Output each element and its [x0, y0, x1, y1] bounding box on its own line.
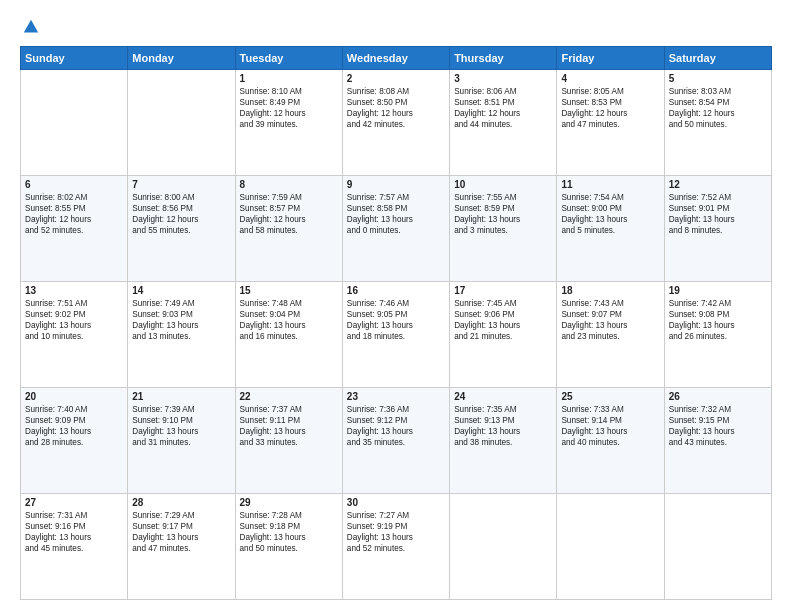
- day-info: Sunrise: 7:48 AM Sunset: 9:04 PM Dayligh…: [240, 298, 338, 342]
- day-number: 20: [25, 391, 123, 402]
- calendar-cell: 24Sunrise: 7:35 AM Sunset: 9:13 PM Dayli…: [450, 388, 557, 494]
- day-info: Sunrise: 7:57 AM Sunset: 8:58 PM Dayligh…: [347, 192, 445, 236]
- day-info: Sunrise: 7:51 AM Sunset: 9:02 PM Dayligh…: [25, 298, 123, 342]
- day-number: 28: [132, 497, 230, 508]
- day-number: 10: [454, 179, 552, 190]
- day-number: 6: [25, 179, 123, 190]
- day-number: 22: [240, 391, 338, 402]
- calendar-cell: 16Sunrise: 7:46 AM Sunset: 9:05 PM Dayli…: [342, 282, 449, 388]
- day-info: Sunrise: 7:45 AM Sunset: 9:06 PM Dayligh…: [454, 298, 552, 342]
- svg-marker-0: [24, 20, 38, 33]
- col-header-monday: Monday: [128, 47, 235, 70]
- day-number: 14: [132, 285, 230, 296]
- day-info: Sunrise: 8:08 AM Sunset: 8:50 PM Dayligh…: [347, 86, 445, 130]
- day-info: Sunrise: 7:36 AM Sunset: 9:12 PM Dayligh…: [347, 404, 445, 448]
- day-info: Sunrise: 8:00 AM Sunset: 8:56 PM Dayligh…: [132, 192, 230, 236]
- day-info: Sunrise: 7:40 AM Sunset: 9:09 PM Dayligh…: [25, 404, 123, 448]
- day-info: Sunrise: 7:29 AM Sunset: 9:17 PM Dayligh…: [132, 510, 230, 554]
- calendar-table: SundayMondayTuesdayWednesdayThursdayFrid…: [20, 46, 772, 600]
- calendar-cell: 1Sunrise: 8:10 AM Sunset: 8:49 PM Daylig…: [235, 70, 342, 176]
- calendar-cell: 11Sunrise: 7:54 AM Sunset: 9:00 PM Dayli…: [557, 176, 664, 282]
- calendar-cell: 9Sunrise: 7:57 AM Sunset: 8:58 PM Daylig…: [342, 176, 449, 282]
- calendar-cell: [450, 494, 557, 600]
- page: SundayMondayTuesdayWednesdayThursdayFrid…: [0, 0, 792, 612]
- day-info: Sunrise: 7:27 AM Sunset: 9:19 PM Dayligh…: [347, 510, 445, 554]
- calendar-cell: 3Sunrise: 8:06 AM Sunset: 8:51 PM Daylig…: [450, 70, 557, 176]
- calendar-cell: 14Sunrise: 7:49 AM Sunset: 9:03 PM Dayli…: [128, 282, 235, 388]
- col-header-tuesday: Tuesday: [235, 47, 342, 70]
- calendar-week-3: 13Sunrise: 7:51 AM Sunset: 9:02 PM Dayli…: [21, 282, 772, 388]
- day-info: Sunrise: 7:42 AM Sunset: 9:08 PM Dayligh…: [669, 298, 767, 342]
- day-number: 17: [454, 285, 552, 296]
- day-info: Sunrise: 8:05 AM Sunset: 8:53 PM Dayligh…: [561, 86, 659, 130]
- day-number: 21: [132, 391, 230, 402]
- day-number: 15: [240, 285, 338, 296]
- day-number: 30: [347, 497, 445, 508]
- day-info: Sunrise: 7:46 AM Sunset: 9:05 PM Dayligh…: [347, 298, 445, 342]
- calendar-cell: [21, 70, 128, 176]
- day-number: 9: [347, 179, 445, 190]
- day-info: Sunrise: 7:28 AM Sunset: 9:18 PM Dayligh…: [240, 510, 338, 554]
- day-info: Sunrise: 8:02 AM Sunset: 8:55 PM Dayligh…: [25, 192, 123, 236]
- day-info: Sunrise: 7:49 AM Sunset: 9:03 PM Dayligh…: [132, 298, 230, 342]
- day-info: Sunrise: 8:10 AM Sunset: 8:49 PM Dayligh…: [240, 86, 338, 130]
- day-number: 13: [25, 285, 123, 296]
- logo: [20, 18, 40, 36]
- calendar-cell: 18Sunrise: 7:43 AM Sunset: 9:07 PM Dayli…: [557, 282, 664, 388]
- calendar-cell: 28Sunrise: 7:29 AM Sunset: 9:17 PM Dayli…: [128, 494, 235, 600]
- calendar-cell: [557, 494, 664, 600]
- day-number: 16: [347, 285, 445, 296]
- col-header-friday: Friday: [557, 47, 664, 70]
- calendar-cell: 6Sunrise: 8:02 AM Sunset: 8:55 PM Daylig…: [21, 176, 128, 282]
- day-number: 7: [132, 179, 230, 190]
- day-info: Sunrise: 8:06 AM Sunset: 8:51 PM Dayligh…: [454, 86, 552, 130]
- day-info: Sunrise: 7:33 AM Sunset: 9:14 PM Dayligh…: [561, 404, 659, 448]
- day-number: 3: [454, 73, 552, 84]
- col-header-thursday: Thursday: [450, 47, 557, 70]
- day-info: Sunrise: 7:54 AM Sunset: 9:00 PM Dayligh…: [561, 192, 659, 236]
- calendar-cell: 29Sunrise: 7:28 AM Sunset: 9:18 PM Dayli…: [235, 494, 342, 600]
- day-number: 24: [454, 391, 552, 402]
- calendar-week-5: 27Sunrise: 7:31 AM Sunset: 9:16 PM Dayli…: [21, 494, 772, 600]
- calendar-cell: [128, 70, 235, 176]
- day-info: Sunrise: 7:31 AM Sunset: 9:16 PM Dayligh…: [25, 510, 123, 554]
- day-number: 23: [347, 391, 445, 402]
- calendar-cell: 8Sunrise: 7:59 AM Sunset: 8:57 PM Daylig…: [235, 176, 342, 282]
- calendar-cell: 23Sunrise: 7:36 AM Sunset: 9:12 PM Dayli…: [342, 388, 449, 494]
- calendar-cell: 26Sunrise: 7:32 AM Sunset: 9:15 PM Dayli…: [664, 388, 771, 494]
- day-info: Sunrise: 7:43 AM Sunset: 9:07 PM Dayligh…: [561, 298, 659, 342]
- calendar-cell: 20Sunrise: 7:40 AM Sunset: 9:09 PM Dayli…: [21, 388, 128, 494]
- calendar-cell: 5Sunrise: 8:03 AM Sunset: 8:54 PM Daylig…: [664, 70, 771, 176]
- calendar-week-2: 6Sunrise: 8:02 AM Sunset: 8:55 PM Daylig…: [21, 176, 772, 282]
- day-number: 11: [561, 179, 659, 190]
- calendar-week-1: 1Sunrise: 8:10 AM Sunset: 8:49 PM Daylig…: [21, 70, 772, 176]
- logo-icon: [22, 18, 40, 36]
- day-number: 4: [561, 73, 659, 84]
- calendar-header-row: SundayMondayTuesdayWednesdayThursdayFrid…: [21, 47, 772, 70]
- calendar-cell: 27Sunrise: 7:31 AM Sunset: 9:16 PM Dayli…: [21, 494, 128, 600]
- calendar-cell: 4Sunrise: 8:05 AM Sunset: 8:53 PM Daylig…: [557, 70, 664, 176]
- day-number: 2: [347, 73, 445, 84]
- calendar-cell: 22Sunrise: 7:37 AM Sunset: 9:11 PM Dayli…: [235, 388, 342, 494]
- calendar-cell: 13Sunrise: 7:51 AM Sunset: 9:02 PM Dayli…: [21, 282, 128, 388]
- calendar-cell: 25Sunrise: 7:33 AM Sunset: 9:14 PM Dayli…: [557, 388, 664, 494]
- calendar-cell: 7Sunrise: 8:00 AM Sunset: 8:56 PM Daylig…: [128, 176, 235, 282]
- day-number: 5: [669, 73, 767, 84]
- day-info: Sunrise: 7:59 AM Sunset: 8:57 PM Dayligh…: [240, 192, 338, 236]
- day-info: Sunrise: 7:39 AM Sunset: 9:10 PM Dayligh…: [132, 404, 230, 448]
- day-number: 25: [561, 391, 659, 402]
- day-info: Sunrise: 8:03 AM Sunset: 8:54 PM Dayligh…: [669, 86, 767, 130]
- day-number: 29: [240, 497, 338, 508]
- calendar-cell: 2Sunrise: 8:08 AM Sunset: 8:50 PM Daylig…: [342, 70, 449, 176]
- calendar-cell: 10Sunrise: 7:55 AM Sunset: 8:59 PM Dayli…: [450, 176, 557, 282]
- calendar-cell: 17Sunrise: 7:45 AM Sunset: 9:06 PM Dayli…: [450, 282, 557, 388]
- col-header-wednesday: Wednesday: [342, 47, 449, 70]
- col-header-sunday: Sunday: [21, 47, 128, 70]
- day-info: Sunrise: 7:37 AM Sunset: 9:11 PM Dayligh…: [240, 404, 338, 448]
- col-header-saturday: Saturday: [664, 47, 771, 70]
- day-number: 1: [240, 73, 338, 84]
- day-info: Sunrise: 7:55 AM Sunset: 8:59 PM Dayligh…: [454, 192, 552, 236]
- calendar-cell: 12Sunrise: 7:52 AM Sunset: 9:01 PM Dayli…: [664, 176, 771, 282]
- calendar-cell: 30Sunrise: 7:27 AM Sunset: 9:19 PM Dayli…: [342, 494, 449, 600]
- calendar-cell: 15Sunrise: 7:48 AM Sunset: 9:04 PM Dayli…: [235, 282, 342, 388]
